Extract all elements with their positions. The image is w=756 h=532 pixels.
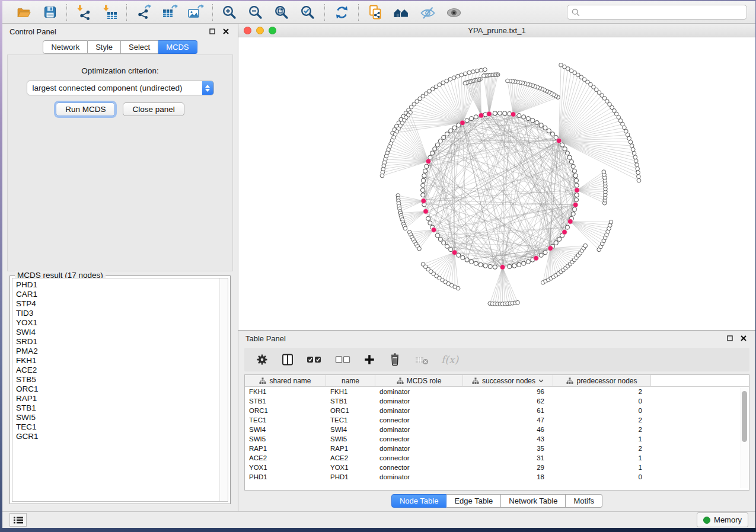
export-network-button[interactable]: [135, 4, 152, 21]
mcds-result-item[interactable]: TEC1: [16, 422, 219, 432]
mcds-result-item[interactable]: STB5: [16, 375, 219, 384]
table-scrollbar-thumb[interactable]: [742, 391, 747, 442]
import-network-button[interactable]: [75, 4, 92, 21]
mcds-result-item[interactable]: SRD1: [16, 337, 219, 347]
mcds-result-item[interactable]: FKH1: [16, 356, 219, 366]
dominator-node[interactable]: [423, 209, 429, 214]
show-column-button[interactable]: [281, 351, 294, 368]
zoom-in-button[interactable]: [221, 4, 238, 21]
mcds-result-item[interactable]: STB1: [16, 403, 219, 413]
task-history-button[interactable]: [9, 513, 27, 527]
float-panel-button[interactable]: [208, 27, 217, 36]
memory-button[interactable]: Memory: [697, 512, 748, 527]
mcds-result-item[interactable]: YOX1: [16, 318, 219, 328]
select-all-rows-button[interactable]: [307, 351, 323, 368]
search-input[interactable]: [583, 7, 742, 17]
search-field[interactable]: [567, 5, 747, 20]
tab-edge-table[interactable]: Edge Table: [446, 494, 501, 508]
refresh-view-button[interactable]: [333, 4, 350, 21]
tab-network-table[interactable]: Network Table: [501, 494, 566, 508]
mcds-result-item[interactable]: PMA2: [16, 347, 219, 356]
dominator-node[interactable]: [548, 246, 553, 251]
dominator-node[interactable]: [487, 111, 492, 117]
maximize-window-icon[interactable]: [269, 27, 276, 34]
mcds-result-item[interactable]: CAR1: [16, 290, 219, 299]
tab-style[interactable]: Style: [88, 40, 121, 54]
table-row[interactable]: ORC1ORC1dominator610: [245, 406, 749, 415]
mcds-result-item[interactable]: GCR1: [16, 432, 219, 441]
dominator-node[interactable]: [431, 227, 436, 233]
dominator-node[interactable]: [573, 203, 578, 208]
save-session-button[interactable]: [41, 4, 59, 21]
table-row[interactable]: ACE2ACE2connector311: [245, 453, 749, 463]
mcds-result-item[interactable]: PHD1: [16, 280, 219, 290]
dominator-node[interactable]: [511, 112, 516, 117]
tab-node-table[interactable]: Node Table: [391, 494, 447, 508]
table-row[interactable]: TEC1TEC1connector472: [245, 415, 749, 425]
zoom-out-button[interactable]: [247, 4, 264, 21]
tab-network[interactable]: Network: [43, 40, 88, 54]
mcds-list-scrollbar[interactable]: [219, 278, 228, 501]
dominator-node[interactable]: [421, 198, 426, 204]
column-header-predecessor-nodes[interactable]: predecessor nodes: [553, 375, 651, 387]
close-panel-button[interactable]: [221, 27, 231, 36]
dominator-node[interactable]: [426, 159, 431, 164]
mcds-result-item[interactable]: SWI5: [16, 413, 219, 422]
network-canvas[interactable]: [238, 37, 755, 330]
delete-table-button[interactable]: [414, 351, 429, 368]
minimize-window-icon[interactable]: [256, 27, 264, 34]
dominator-node[interactable]: [562, 230, 567, 235]
table-row[interactable]: PHD1PHD1dominator180: [245, 472, 749, 482]
dominator-node[interactable]: [500, 265, 505, 270]
tab-motifs[interactable]: Motifs: [566, 494, 602, 508]
table-scrollbar[interactable]: [741, 388, 748, 488]
dominator-node[interactable]: [567, 219, 573, 225]
mcds-result-item[interactable]: ACE2: [16, 366, 219, 375]
optimization-criterion-select[interactable]: largest connected component (undirected): [27, 81, 214, 95]
close-window-icon[interactable]: [244, 27, 251, 34]
dominator-node[interactable]: [575, 188, 580, 193]
mcds-result-item[interactable]: RAP1: [16, 394, 219, 403]
import-table-button[interactable]: [101, 4, 119, 21]
first-neighbors-button[interactable]: [393, 4, 410, 21]
new-network-from-selection-button[interactable]: [366, 4, 384, 21]
column-header-successor-nodes[interactable]: successor nodes: [463, 375, 553, 387]
create-column-button[interactable]: [363, 351, 375, 368]
zoom-selected-button[interactable]: [299, 4, 317, 21]
export-image-button[interactable]: [187, 4, 205, 21]
mcds-result-item[interactable]: STP4: [16, 299, 219, 309]
table-row[interactable]: RAP1RAP1dominator352: [245, 444, 749, 453]
hide-selected-button[interactable]: [419, 4, 436, 21]
deselect-all-rows-button[interactable]: [335, 351, 351, 368]
table-row[interactable]: SWI4SWI4dominator462: [245, 425, 749, 434]
close-panel-action-button[interactable]: Close panel: [123, 102, 184, 116]
zoom-fit-button[interactable]: [273, 4, 291, 21]
dominator-node[interactable]: [534, 255, 539, 261]
close-table-panel-button[interactable]: [739, 334, 748, 343]
function-builder-button[interactable]: f(x): [441, 351, 458, 368]
table-row[interactable]: FKH1FKH1dominator962: [245, 387, 749, 396]
table-settings-button[interactable]: [256, 351, 269, 368]
show-all-button[interactable]: [445, 4, 462, 21]
tab-select[interactable]: Select: [121, 40, 158, 54]
dominator-node[interactable]: [460, 120, 465, 126]
dominator-node[interactable]: [452, 250, 457, 255]
column-header-name[interactable]: name: [326, 375, 375, 387]
run-mcds-button[interactable]: Run MCDS: [56, 102, 115, 116]
tab-mcds[interactable]: MCDS: [158, 40, 197, 54]
column-header-MCDS-role[interactable]: MCDS role: [375, 375, 463, 387]
export-table-button[interactable]: [161, 4, 178, 21]
float-table-panel-button[interactable]: [725, 334, 735, 343]
dominator-node[interactable]: [479, 113, 484, 118]
mcds-result-list[interactable]: PHD1CAR1STP4TID3YOX1SWI4SRD1PMA2FKH1ACE2…: [12, 278, 219, 501]
mcds-result-item[interactable]: ORC1: [16, 384, 219, 394]
dominator-node[interactable]: [556, 138, 562, 143]
open-session-button[interactable]: [15, 4, 33, 21]
table-row[interactable]: SWI5SWI5connector431: [245, 434, 749, 444]
mcds-result-item[interactable]: TID3: [16, 309, 219, 318]
delete-column-button[interactable]: [388, 351, 402, 368]
mcds-result-item[interactable]: SWI4: [16, 328, 219, 337]
table-row[interactable]: YOX1YOX1connector291: [245, 463, 749, 472]
table-row[interactable]: STB1STB1dominator620: [245, 396, 749, 406]
column-header-shared-name[interactable]: shared name: [245, 375, 326, 387]
